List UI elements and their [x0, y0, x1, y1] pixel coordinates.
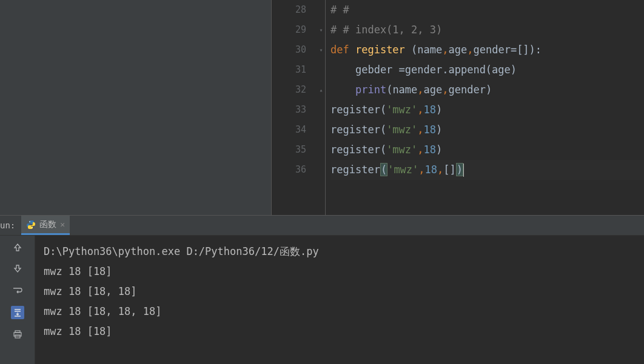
code-line[interactable]: register('mwz',18,[]) [330, 160, 644, 180]
code-line[interactable]: gebder =gender.append(age) [330, 60, 644, 80]
python-file-icon [26, 220, 36, 230]
project-panel-placeholder [0, 0, 272, 215]
fold-gutter[interactable]: ▾▾▴ [317, 0, 326, 215]
svg-point-0 [29, 221, 30, 222]
text-caret [463, 164, 464, 177]
print-icon[interactable] [11, 328, 24, 341]
console-line: mwz 18 [18] [44, 322, 636, 342]
run-header: un: 函数 ✕ [0, 216, 644, 236]
run-tab-label: 函数 [39, 219, 56, 230]
line-number-gutter: 282930313233343536 [272, 0, 317, 215]
line-number: 31 [272, 60, 306, 80]
fold-marker [317, 0, 325, 20]
code-line[interactable]: register('mwz',18) [330, 120, 644, 140]
console-line: mwz 18 [18] [44, 262, 636, 282]
svg-point-1 [32, 227, 33, 228]
fold-marker [317, 140, 325, 160]
code-line[interactable]: print(name,age,gender) [330, 80, 644, 100]
arrow-down-icon[interactable] [11, 262, 24, 276]
fold-marker [317, 160, 325, 180]
run-label: un: [0, 220, 18, 230]
run-tool-window: un: 函数 ✕ D:\Python36 [0, 216, 644, 364]
console-line: D:\Python36\python.exe D:/Python36/12/函数… [44, 242, 636, 262]
line-number: 35 [272, 140, 306, 160]
fold-marker[interactable]: ▾ [317, 40, 325, 60]
console-line: mwz 18 [18, 18, 18] [44, 302, 636, 322]
code-line[interactable]: register('mwz',18) [330, 140, 644, 160]
console-line: mwz 18 [18, 18] [44, 282, 636, 302]
arrow-up-icon[interactable] [11, 240, 24, 254]
code-line[interactable]: # # index(1, 2, 3) [330, 20, 644, 40]
code-editor[interactable]: 282930313233343536 ▾▾▴ # ## # index(1, 2… [272, 0, 644, 215]
line-number: 30 [272, 40, 306, 60]
run-toolbar [0, 236, 35, 364]
fold-marker [317, 100, 325, 120]
line-number: 36 [272, 160, 306, 180]
line-number: 29 [272, 20, 306, 40]
editor-area: 282930313233343536 ▾▾▴ # ## # index(1, 2… [0, 0, 644, 215]
line-number: 34 [272, 120, 306, 140]
fold-marker[interactable]: ▾ [317, 20, 325, 40]
soft-wrap-icon[interactable] [11, 284, 24, 297]
fold-marker[interactable]: ▴ [317, 80, 325, 100]
code-content[interactable]: # ## # index(1, 2, 3)def register (name,… [326, 0, 644, 215]
run-body: D:\Python36\python.exe D:/Python36/12/函数… [0, 236, 644, 364]
console-output[interactable]: D:\Python36\python.exe D:/Python36/12/函数… [35, 236, 644, 364]
scroll-to-end-icon[interactable] [11, 306, 24, 319]
code-line[interactable]: def register (name,age,gender=[]): [330, 40, 644, 60]
code-line[interactable]: register('mwz',18) [330, 100, 644, 120]
code-line[interactable]: # # [330, 0, 644, 20]
fold-marker [317, 120, 325, 140]
fold-marker [317, 60, 325, 80]
line-number: 33 [272, 100, 306, 120]
line-number: 28 [272, 0, 306, 20]
run-tab[interactable]: 函数 ✕ [21, 216, 70, 235]
close-icon[interactable]: ✕ [60, 220, 65, 229]
line-number: 32 [272, 80, 306, 100]
